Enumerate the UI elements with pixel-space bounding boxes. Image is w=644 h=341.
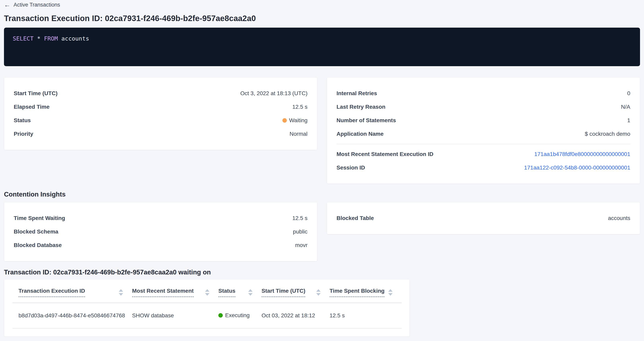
blocked-table-value: accounts	[608, 215, 630, 221]
application-name-value: $ cockroach demo	[585, 131, 630, 137]
sql-keyword-from: FROM	[44, 35, 58, 42]
table-row: b8d7d03a-d497-446b-8474-e50846674768 SHO…	[12, 303, 402, 328]
cell-status: Executing	[218, 303, 262, 328]
back-link-label: Active Transactions	[14, 2, 60, 8]
blocked-database-label: Blocked Database	[14, 242, 62, 248]
transaction-execution-id-column-label[interactable]: Transaction Execution ID	[18, 288, 85, 297]
cell-transaction-execution-id: b8d7d03a-d497-446b-8474-e50846674768	[12, 303, 132, 328]
contention-card-left: Time Spent Waiting 12.5 s Blocked Schema…	[4, 202, 317, 261]
column-header-most-recent-statement[interactable]: Most Recent Statement	[132, 279, 218, 303]
column-header-transaction-execution-id[interactable]: Transaction Execution ID	[12, 279, 132, 303]
transaction-details-page: ← Active Transactions Transaction Execut…	[0, 0, 644, 337]
sql-statement: SELECT * FROM accounts	[13, 35, 631, 42]
waiting-status-dot-icon	[282, 118, 287, 123]
row-most-recent-statement-execution-id: Most Recent Statement Execution ID 171aa…	[336, 147, 630, 161]
status-label: Status	[14, 117, 31, 124]
row-internal-retries: Internal Retries 0	[336, 87, 630, 100]
summary-card-right: Internal Retries 0 Last Retry Reason N/A…	[327, 77, 640, 184]
priority-value: Normal	[290, 131, 308, 137]
time-spent-waiting-label: Time Spent Waiting	[14, 215, 65, 221]
summary-card-left: Start Time (UTC) Oct 3, 2022 at 18:13 (U…	[4, 77, 317, 150]
status-badge: Waiting	[282, 117, 308, 124]
elapsed-time-value: 12.5 s	[292, 104, 308, 110]
sql-keyword-select: SELECT	[13, 35, 34, 42]
most-recent-statement-execution-id-link[interactable]: 171aa1b478fdf0e80000000000000001	[534, 151, 630, 157]
row-last-retry-reason: Last Retry Reason N/A	[336, 100, 630, 114]
page-title: Transaction Execution ID: 02ca7931-f246-…	[4, 14, 640, 23]
sql-statement-box: SELECT * FROM accounts	[4, 28, 640, 66]
most-recent-statement-execution-id-label: Most Recent Statement Execution ID	[336, 151, 434, 157]
table-header-row: Transaction Execution ID Most Recent Sta…	[12, 279, 402, 303]
back-to-active-transactions-link[interactable]: ← Active Transactions	[4, 1, 60, 8]
last-retry-reason-label: Last Retry Reason	[336, 104, 386, 110]
sort-icon[interactable]	[205, 289, 210, 296]
elapsed-time-label: Elapsed Time	[14, 104, 50, 110]
sort-icon[interactable]	[248, 289, 252, 296]
start-time-value: Oct 3, 2022 at 18:13 (UTC)	[240, 90, 308, 97]
last-retry-reason-value: N/A	[621, 104, 630, 110]
blocked-database-value: movr	[295, 242, 308, 248]
contention-card-right: Blocked Table accounts	[327, 202, 640, 234]
number-of-statements-value: 1	[627, 117, 630, 124]
sql-table-name: accounts	[58, 35, 89, 42]
back-arrow-icon: ←	[4, 1, 10, 8]
start-time-label: Start Time (UTC)	[14, 90, 58, 97]
row-application-name: Application Name $ cockroach demo	[336, 127, 630, 141]
most-recent-statement-column-label[interactable]: Most Recent Statement	[132, 288, 194, 297]
sort-icon[interactable]	[388, 289, 392, 296]
application-name-label: Application Name	[336, 131, 384, 137]
column-header-start-time[interactable]: Start Time (UTC)	[262, 279, 330, 303]
waiting-on-heading: Transaction ID: 02ca7931-f246-469b-b2fe-…	[4, 269, 640, 276]
row-blocked-database: Blocked Database movr	[14, 239, 308, 252]
row-blocked-table: Blocked Table accounts	[336, 211, 630, 225]
contention-insights-heading: Contention Insights	[4, 191, 640, 198]
row-start-time: Start Time (UTC) Oct 3, 2022 at 18:13 (U…	[14, 87, 308, 100]
start-time-column-label[interactable]: Start Time (UTC)	[262, 288, 305, 297]
contention-cards: Time Spent Waiting 12.5 s Blocked Schema…	[4, 202, 640, 261]
row-number-of-statements: Number of Statements 1	[336, 114, 630, 127]
row-status: Status Waiting	[14, 114, 308, 127]
cell-time-spent-blocking: 12.5 s	[330, 303, 402, 328]
number-of-statements-label: Number of Statements	[336, 117, 396, 124]
executing-status-text: Executing	[225, 312, 250, 319]
time-spent-blocking-column-label[interactable]: Time Spent Blocking	[330, 288, 384, 297]
status-value: Waiting	[289, 117, 308, 124]
row-time-spent-waiting: Time Spent Waiting 12.5 s	[14, 211, 308, 225]
column-header-time-spent-blocking[interactable]: Time Spent Blocking	[330, 279, 402, 303]
cell-start-time: Oct 03, 2022 at 18:12	[262, 303, 330, 328]
blocked-schema-value: public	[293, 229, 308, 235]
row-blocked-schema: Blocked Schema public	[14, 225, 308, 239]
sql-star: *	[34, 35, 44, 42]
executing-status-badge: Executing	[218, 312, 250, 319]
status-column-label[interactable]: Status	[218, 288, 236, 297]
internal-retries-value: 0	[627, 90, 630, 97]
column-header-status[interactable]: Status	[218, 279, 262, 303]
session-id-label: Session ID	[336, 165, 365, 171]
session-id-link[interactable]: 171aa122-c092-54b8-0000-000000000001	[524, 165, 630, 171]
internal-retries-label: Internal Retries	[336, 90, 377, 97]
waiting-on-table: Transaction Execution ID Most Recent Sta…	[12, 279, 402, 329]
card-divider	[336, 144, 630, 144]
sort-icon[interactable]	[119, 289, 123, 296]
row-priority: Priority Normal	[14, 127, 308, 141]
blocked-schema-label: Blocked Schema	[14, 229, 58, 235]
sort-icon[interactable]	[316, 289, 320, 296]
executing-status-dot-icon	[218, 313, 223, 318]
row-session-id: Session ID 171aa122-c092-54b8-0000-00000…	[336, 161, 630, 174]
priority-label: Priority	[14, 131, 33, 137]
row-elapsed-time: Elapsed Time 12.5 s	[14, 100, 308, 114]
waiting-on-table-card: Transaction Execution ID Most Recent Sta…	[4, 279, 410, 337]
blocked-table-label: Blocked Table	[336, 215, 374, 221]
cell-most-recent-statement: SHOW database	[132, 303, 218, 328]
summary-cards: Start Time (UTC) Oct 3, 2022 at 18:13 (U…	[4, 77, 640, 184]
time-spent-waiting-value: 12.5 s	[292, 215, 308, 221]
